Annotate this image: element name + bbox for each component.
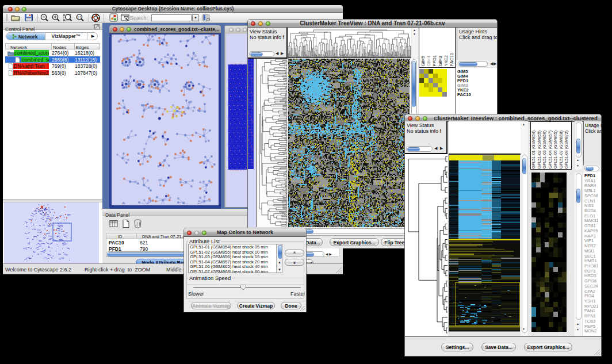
svg-text:1:1: 1:1 (77, 16, 82, 19)
